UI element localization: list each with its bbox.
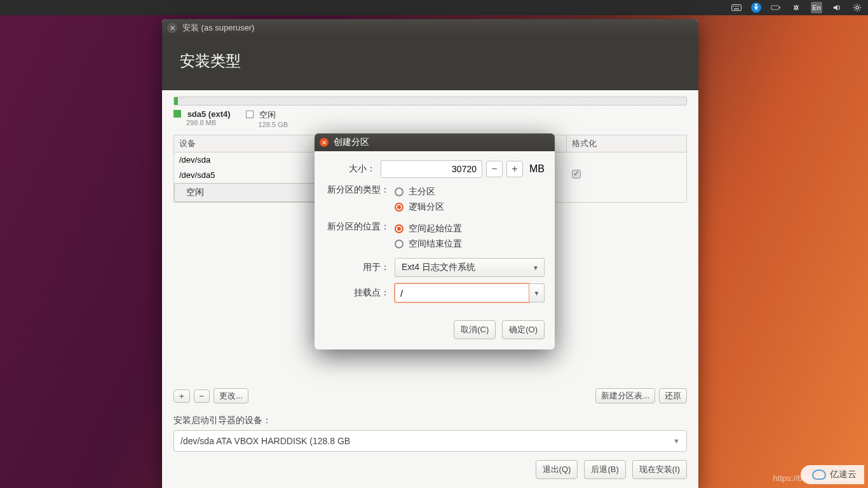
svg-rect-7 bbox=[771, 6, 779, 10]
new-partition-table-button[interactable]: 新建分区表... bbox=[595, 388, 655, 403]
installer-header: 安装类型 bbox=[162, 37, 698, 90]
partition-type-label: 新分区的类型： bbox=[325, 184, 395, 196]
battery-icon[interactable] bbox=[770, 2, 782, 13]
chevron-down-icon: ▼ bbox=[673, 437, 680, 445]
radio-icon-selected bbox=[395, 203, 403, 212]
dialog-titlebar[interactable]: ✕ 创建分区 bbox=[315, 133, 555, 151]
use-as-label: 用于： bbox=[325, 262, 395, 273]
window-close-button[interactable]: ✕ bbox=[167, 23, 177, 33]
back-button[interactable]: 后退(B) bbox=[584, 460, 625, 479]
partition-toolbar: + − 更改... 新建分区表... 还原 bbox=[173, 388, 687, 403]
dialog-title: 创建分区 bbox=[334, 137, 369, 148]
remove-partition-button[interactable]: − bbox=[194, 390, 210, 403]
swatch-empty bbox=[246, 111, 254, 118]
size-label: 大小： bbox=[325, 163, 381, 175]
bootloader-label: 安装启动引导器的设备： bbox=[173, 415, 687, 426]
window-title: 安装 (as superuser) bbox=[182, 22, 254, 34]
disk-usage-bar bbox=[173, 97, 687, 105]
svg-rect-0 bbox=[732, 4, 742, 10]
create-partition-dialog: ✕ 创建分区 大小： − + MB 新分区的类型： 主分区 逻辑分区 新分区的位… bbox=[315, 133, 555, 349]
brand-badge: 亿速云 bbox=[801, 465, 864, 484]
swatch-green bbox=[173, 110, 181, 118]
svg-rect-2 bbox=[735, 6, 735, 6]
partition-position-label: 新分区的位置： bbox=[325, 221, 395, 233]
legend-free-size: 128.5 GB bbox=[259, 121, 288, 128]
format-checkbox[interactable] bbox=[572, 170, 581, 179]
mount-point-dropdown-button[interactable]: ▼ bbox=[529, 283, 545, 302]
svg-rect-1 bbox=[733, 6, 734, 6]
brand-label: 亿速云 bbox=[830, 469, 857, 480]
use-as-select[interactable]: Ext4 日志文件系统 ▼ bbox=[395, 258, 545, 277]
mount-point-label: 挂载点： bbox=[325, 287, 395, 299]
size-unit: MB bbox=[529, 163, 545, 175]
partition-legend: sda5 (ext4) 298.8 MB 空闲 128.5 GB bbox=[173, 109, 687, 128]
network-icon[interactable] bbox=[790, 2, 802, 13]
svg-rect-4 bbox=[738, 6, 739, 6]
keyboard-icon[interactable] bbox=[731, 2, 742, 13]
mount-point-input[interactable] bbox=[395, 283, 529, 302]
bootloader-device-combo[interactable]: /dev/sda ATA VBOX HARDDISK (128.8 GB ▼ bbox=[173, 430, 687, 452]
bootloader-value: /dev/sda ATA VBOX HARDDISK (128.8 GB bbox=[180, 436, 350, 446]
wizard-footer: 退出(Q) 后退(B) 现在安装(I) bbox=[536, 460, 687, 479]
legend-sda5-label: sda5 (ext4) bbox=[187, 109, 231, 119]
svg-rect-8 bbox=[780, 7, 780, 8]
page-title: 安装类型 bbox=[180, 51, 681, 71]
svg-rect-3 bbox=[736, 6, 737, 6]
svg-rect-5 bbox=[734, 8, 739, 9]
legend-free-label: 空闲 bbox=[259, 110, 276, 119]
radio-icon-selected bbox=[395, 224, 403, 233]
size-increment-button[interactable]: + bbox=[506, 161, 523, 177]
legend-sda5-size: 298.8 MB bbox=[186, 119, 231, 126]
radio-begin[interactable]: 空间起始位置 bbox=[395, 221, 545, 236]
ok-button[interactable]: 确定(O) bbox=[502, 320, 545, 339]
dialog-close-button[interactable]: ✕ bbox=[320, 138, 329, 147]
install-now-button[interactable]: 现在安装(I) bbox=[632, 460, 687, 479]
quit-button[interactable]: 退出(Q) bbox=[536, 460, 578, 479]
accessibility-icon[interactable] bbox=[751, 3, 761, 13]
radio-icon bbox=[395, 187, 403, 196]
cancel-button[interactable]: 取消(C) bbox=[454, 320, 496, 339]
legend-item-free: 空闲 128.5 GB bbox=[246, 109, 288, 128]
radio-logical[interactable]: 逻辑分区 bbox=[395, 200, 545, 215]
radio-end[interactable]: 空间结束位置 bbox=[395, 236, 545, 252]
cloud-icon bbox=[812, 470, 826, 480]
volume-icon[interactable] bbox=[831, 2, 843, 13]
revert-button[interactable]: 还原 bbox=[659, 388, 687, 403]
svg-point-9 bbox=[856, 6, 858, 9]
legend-item-sda5: sda5 (ext4) 298.8 MB bbox=[173, 109, 231, 128]
gear-icon[interactable] bbox=[851, 2, 863, 13]
svg-point-6 bbox=[755, 4, 757, 6]
radio-primary[interactable]: 主分区 bbox=[395, 184, 545, 200]
size-decrement-button[interactable]: − bbox=[486, 161, 503, 177]
input-method-indicator[interactable]: En bbox=[811, 2, 822, 13]
disk-free-segment bbox=[178, 97, 686, 105]
add-partition-button[interactable]: + bbox=[173, 390, 190, 403]
window-titlebar[interactable]: ✕ 安装 (as superuser) bbox=[162, 19, 698, 37]
chevron-down-icon: ▼ bbox=[532, 264, 539, 271]
radio-icon bbox=[395, 240, 403, 248]
col-format[interactable]: 格式化 bbox=[567, 135, 687, 152]
size-input[interactable] bbox=[381, 160, 482, 178]
change-partition-button[interactable]: 更改... bbox=[214, 388, 248, 403]
system-top-bar: En bbox=[0, 0, 868, 15]
